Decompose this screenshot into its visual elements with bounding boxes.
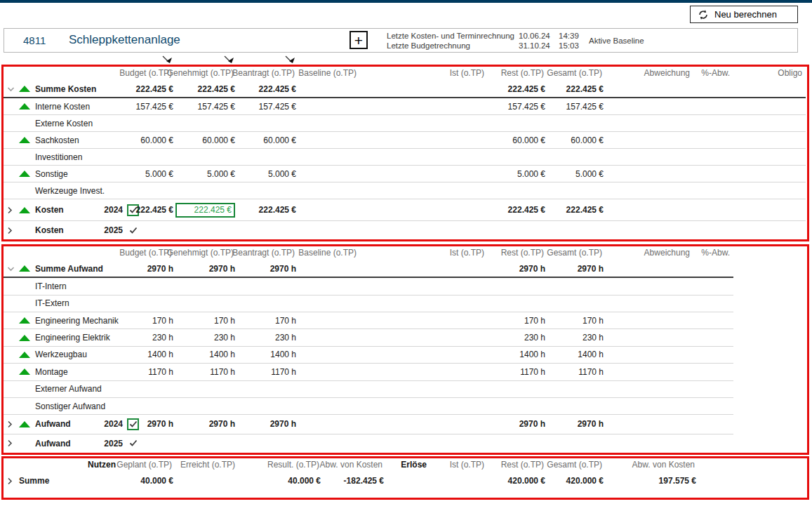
column-marker-icon — [162, 55, 173, 65]
year-checkbox[interactable] — [127, 225, 139, 237]
trend-up-icon — [19, 335, 30, 341]
table-row[interactable]: Aufwand20242970 h2970 h2970 h2970 h2970 … — [4, 415, 733, 434]
value-cell — [606, 115, 693, 131]
year-checkbox[interactable] — [127, 418, 139, 430]
table-row[interactable]: Kosten2024222.425 €222.425 €222.425 €222… — [4, 199, 806, 221]
table-row[interactable]: Sachkosten60.000 €60.000 €60.000 €60.000… — [4, 132, 806, 149]
row-name-cell: Kosten2024 — [4, 199, 140, 220]
table-row[interactable]: Interne Kosten157.425 €157.425 €157.425 … — [4, 98, 806, 115]
value-cell — [606, 149, 693, 165]
column-header: Obligo — [733, 67, 806, 79]
table-row[interactable]: Summe40.000 €40.000 €-182.425 €420.000 €… — [4, 472, 698, 489]
table-row[interactable]: Investitionen — [4, 149, 806, 166]
value-cell — [140, 295, 175, 312]
column-header: Baseline (o.TP) — [298, 246, 360, 259]
value-cell — [360, 381, 488, 397]
column-header: Result. (o.TP) — [239, 458, 323, 471]
column-header: Beantragt (o.TP) — [237, 246, 298, 259]
chevron-down-icon[interactable] — [7, 266, 19, 272]
trend-up-icon — [19, 103, 30, 109]
value-cell — [693, 329, 733, 345]
value-cell — [606, 398, 693, 414]
value-cell — [360, 115, 488, 131]
table-row[interactable]: Sonstiger Aufwand — [4, 398, 733, 415]
year-checkbox[interactable] — [127, 437, 139, 449]
value-cell: 1400 h — [140, 347, 175, 363]
header-row: NutzenGeplant (o.TP)Erreicht (o.TP)Resul… — [4, 458, 698, 472]
value-cell — [298, 199, 360, 220]
row-name-cell: Summe — [4, 472, 81, 489]
table-row[interactable]: Werkzeuge Invest. — [4, 182, 806, 199]
value-cell — [606, 381, 693, 397]
value-cell — [693, 312, 733, 328]
calculation-info: Letzte Kosten- und Terminrechnung 10.06.… — [387, 31, 590, 51]
chevron-right-icon[interactable] — [7, 227, 19, 234]
value-cell — [693, 182, 733, 199]
selected-value-cell[interactable]: 222.425 € — [175, 203, 235, 218]
value-cell — [360, 98, 488, 114]
add-button[interactable]: + — [350, 31, 368, 49]
value-cell: 230 h — [140, 329, 175, 345]
value-cell — [360, 81, 488, 97]
chevron-right-icon[interactable] — [7, 439, 19, 447]
table-row[interactable]: Engineering Mechanik170 h170 h170 h170 h… — [4, 312, 733, 329]
value-cell — [175, 221, 237, 239]
row-label: Sachkosten — [35, 135, 79, 145]
value-cell — [733, 166, 806, 182]
value-cell — [606, 312, 693, 328]
row-name-cell: Kosten2025 — [4, 221, 140, 239]
value-cell — [298, 364, 360, 380]
value-cell: 157.425 € — [488, 98, 547, 114]
value-cell — [237, 182, 298, 199]
last-budget-date: 31.10.24 — [519, 41, 559, 51]
table-row[interactable]: IT-Extern — [4, 295, 733, 312]
row-name-cell: Interne Kosten — [4, 98, 140, 114]
value-cell — [693, 98, 733, 114]
row-name-cell: Investitionen — [4, 149, 140, 165]
last-calc-date: 10.06.24 — [519, 31, 559, 41]
table-row[interactable]: Summe Aufwand2970 h2970 h2970 h2970 h297… — [4, 260, 733, 278]
row-label: Werkzeugbau — [35, 350, 87, 359]
column-header: Genehmigt (o.TP) — [175, 67, 237, 79]
table-row[interactable]: Summe Kosten222.425 €222.425 €222.425 €2… — [4, 81, 806, 98]
value-cell: 1170 h — [140, 364, 175, 380]
value-cell — [175, 434, 237, 453]
recalculate-button[interactable]: Neu berechnen — [690, 6, 798, 23]
table-row[interactable]: Sonstige5.000 €5.000 €5.000 €5.000 €5.00… — [4, 166, 806, 182]
trend-up-icon — [19, 171, 30, 177]
column-header: Beantragt (o.TP) — [237, 67, 298, 79]
value-cell — [175, 182, 237, 199]
value-cell — [693, 260, 733, 277]
table-row[interactable]: Externer Aufwand — [4, 381, 733, 398]
table-row[interactable]: Montage1170 h1170 h1170 h1170 h1170 h — [4, 364, 733, 380]
value-cell — [693, 434, 733, 453]
top-accent-bar — [0, 0, 812, 3]
value-cell: 170 h — [237, 312, 298, 328]
table-row[interactable]: Werkzeugbau1400 h1400 h1400 h1400 h1400 … — [4, 347, 733, 364]
column-header: %-Abw. — [693, 67, 733, 79]
chevron-right-icon[interactable] — [7, 420, 19, 428]
table-row[interactable]: Kosten2025 — [4, 221, 806, 239]
chevron-right-icon[interactable] — [7, 206, 19, 214]
value-cell — [606, 132, 693, 148]
value-cell — [488, 221, 547, 239]
value-cell — [693, 381, 733, 397]
value-cell — [488, 278, 547, 294]
chevron-right-icon[interactable] — [7, 477, 19, 485]
table-row[interactable]: IT-Intern — [4, 278, 733, 295]
value-cell — [547, 182, 606, 199]
trend-up-icon — [19, 421, 30, 427]
refresh-icon — [698, 9, 709, 20]
value-cell — [360, 278, 488, 294]
chevron-down-icon[interactable] — [7, 86, 19, 92]
value-cell: 420.000 € — [547, 472, 606, 489]
value-cell — [175, 149, 237, 165]
value-cell: 1170 h — [547, 364, 606, 380]
table-row[interactable]: Engineering Elektrik230 h230 h230 h230 h… — [4, 329, 733, 346]
row-name-cell: Montage — [4, 364, 140, 380]
column-header: Ist (o.TP) — [360, 246, 488, 259]
table-row[interactable]: Externe Kosten — [4, 115, 806, 132]
value-cell — [237, 149, 298, 165]
table-row[interactable]: Aufwand2025 — [4, 434, 733, 453]
value-cell: 1170 h — [488, 364, 547, 380]
